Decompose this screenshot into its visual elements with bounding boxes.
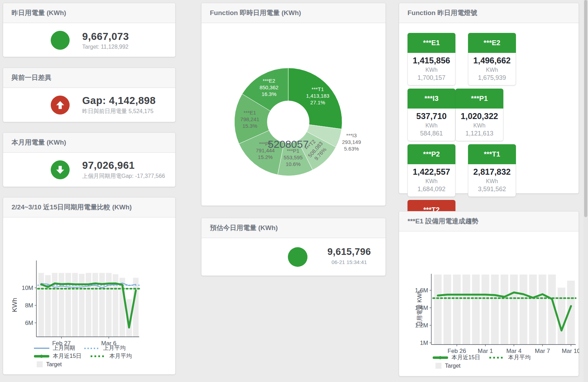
target-bar (472, 275, 480, 345)
light-tile-value: 1,020,322 (456, 111, 502, 121)
legend-sample-dot (40, 355, 43, 358)
legend-row: Target (433, 362, 540, 370)
light-tile-value: 1,415,856 (409, 56, 454, 65)
light-tile-unit: KWh (409, 67, 454, 73)
yesterday-usage-target: Target: 11,128,992 (82, 44, 129, 50)
legend-row: 本月近15日本月平均 (34, 352, 141, 360)
donut-slice-label: ***I3293,1495.63% (342, 132, 361, 152)
light-tile-status-header: ***I3 (408, 89, 455, 109)
status-circle-icon (51, 31, 70, 50)
legend-item[interactable]: 本月近15日 (34, 353, 82, 360)
gap-subtitle: 昨日與前日用電量 5,524,175 (82, 108, 156, 115)
legend-sample-icon (91, 355, 106, 357)
y-tick-label: 1.6M (415, 287, 428, 294)
legend-sample-icon (37, 361, 43, 367)
x-tick-label: Mar 10 (562, 348, 579, 354)
legend-label: 上月平均 (103, 345, 126, 352)
legend-item[interactable]: 上月平均 (84, 345, 126, 352)
light-tile-status-header: ***P2 (408, 144, 455, 164)
light-tile-value: 537,710 (409, 111, 454, 121)
light-tile-target: 1,700,157 (409, 74, 454, 82)
card-yesterday-header: 昨日用電量 (KWh) (3, 3, 175, 23)
target-bar (126, 299, 132, 337)
target-bar (548, 275, 556, 345)
legend-sample-icon (433, 356, 448, 359)
legend-sample-icon (435, 363, 441, 369)
target-bar (120, 278, 125, 337)
light-tile-body: 1,422,557KWh1,684,092 (408, 164, 455, 197)
light-tile-target: 1,684,092 (409, 186, 454, 193)
card-e1-trend: ***E1 設備用電達成趨勢 1M1.2M1.4M1.6MFeb 26Mar 1… (399, 211, 579, 376)
target-bar (558, 288, 565, 345)
legend-row: Target (34, 360, 141, 368)
light-tile-i3: ***I3537,710KWh584,861 (408, 89, 455, 141)
y-axis-label: KWh (11, 298, 18, 312)
card-compare-15days: 2/24~3/10 近15日同期用電量比較 (KWh) 6M8M10MFeb 2… (3, 197, 176, 375)
card-title: ***E1 設備用電達成趨勢 (408, 217, 479, 225)
card-month-header: 本月用電量 (KWh) (3, 133, 175, 153)
series-line (438, 292, 571, 331)
arrow-down-circle-icon (51, 160, 70, 179)
card-function-lights: Function 昨日用電燈號 ***E11,415,856KWh1,700,1… (399, 3, 579, 194)
scrollbar-thumb[interactable] (584, 0, 587, 217)
function-donut-chart: ***T11,413,18327.1%***I3293,1495.63%***T… (201, 3, 386, 206)
light-tile-status-header: ***P1 (455, 89, 503, 109)
legend-label: 本月平均 (508, 354, 531, 361)
light-tile-target: 1,121,613 (456, 130, 502, 137)
legend-sample-icon (489, 357, 505, 359)
card-function-realtime: Function 即時日用電量 (KWh) ***T11,413,18327.1… (201, 3, 386, 206)
light-tile-target: 584,861 (409, 130, 454, 137)
legend-item[interactable]: 本月平均 (489, 354, 531, 361)
target-bar (59, 273, 64, 337)
legend-item[interactable]: 上月同期 (34, 345, 75, 352)
light-tile-value: 2,817,832 (469, 167, 515, 177)
target-bar (72, 273, 78, 337)
y-tick-label: 10M (22, 285, 33, 291)
target-bar (45, 275, 51, 337)
legend-sample-icon (34, 355, 49, 357)
target-bar (113, 274, 118, 337)
card-title: 2/24~3/10 近15日同期用電量比較 (KWh) (12, 203, 132, 211)
target-bar (92, 273, 98, 337)
target-bar (79, 274, 85, 337)
series-line (41, 284, 136, 328)
legend-item[interactable]: 本月平均 (91, 353, 132, 360)
target-bar (444, 275, 451, 345)
card-title: Function 昨日用電燈號 (408, 9, 477, 16)
legend-label: 本月近15日 (53, 353, 82, 360)
light-tile-body: 537,710KWh584,861 (408, 109, 455, 141)
target-bar (510, 275, 518, 345)
month-usage-gap: 上個月同期用電Gap: -17,377,566 (82, 173, 165, 180)
vertical-scrollbar[interactable] (583, 0, 588, 382)
light-tile-p2: ***P21,422,557KWh1,684,092 (408, 144, 455, 197)
light-tile-e2: ***E21,496,662KWh1,675,939 (468, 33, 516, 85)
card-yesterday-usage: 昨日用電量 (KWh) 9,667,073 Target: 11,128,992 (3, 3, 176, 57)
legend-row: 本月近15日本月平均 (433, 354, 540, 362)
light-tile-unit: KWh (469, 67, 515, 73)
light-tile-body: 1,496,662KWh1,675,939 (468, 53, 516, 85)
legend-label: 本月平均 (109, 353, 132, 360)
legend-row: 上月同期上月平均 (34, 344, 141, 352)
card-title: 本月用電量 (KWh) (12, 139, 66, 146)
legend-label: Target (445, 363, 460, 369)
light-tile-status-header: ***E1 (408, 33, 455, 53)
legend-item[interactable]: Target (34, 361, 62, 368)
light-tile-body: 1,415,856KWh1,700,157 (408, 53, 455, 85)
target-bar (482, 275, 489, 345)
y-tick-label: 1M (420, 340, 428, 346)
card-gap-prev-day: 與前一日差異 Gap: 4,142,898 昨日與前日用電量 5,524,175 (3, 68, 176, 122)
legend-item[interactable]: 本月近15日 (433, 354, 480, 361)
month-usage-value: 97,026,961 (82, 160, 165, 171)
light-tile-body: 1,020,322KWh1,121,613 (455, 109, 503, 141)
light-tile-value: 1,496,662 (469, 56, 515, 65)
target-bar (434, 275, 442, 345)
target-bar (501, 275, 508, 345)
card-title: 預估今日用電量 (KWh) (210, 224, 278, 231)
light-tile-target: 1,675,939 (469, 74, 515, 82)
estimate-timestamp: 06-21 15:34:41 (327, 259, 371, 265)
legend-item[interactable]: Target (433, 363, 460, 369)
legend-sample-dot (439, 356, 442, 359)
card-lights-header: Function 昨日用電燈號 (399, 3, 579, 23)
card-gap-header: 與前一日差異 (3, 68, 175, 88)
target-bar (99, 273, 105, 337)
